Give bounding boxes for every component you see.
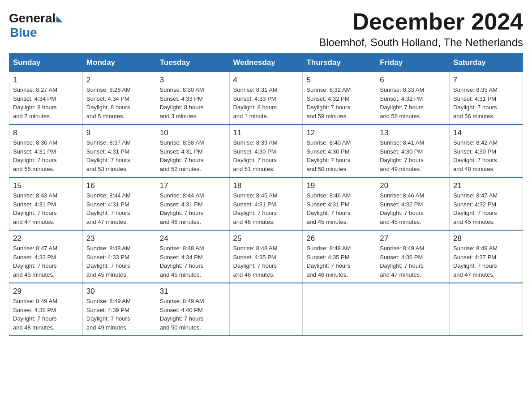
calendar-cell: 18 Sunrise: 8:45 AMSunset: 4:31 PMDaylig…	[229, 177, 303, 230]
day-number: 4	[233, 76, 299, 85]
day-info: Sunrise: 8:36 AMSunset: 4:31 PMDaylight:…	[13, 138, 79, 173]
calendar-table: SundayMondayTuesdayWednesdayThursdayFrid…	[9, 53, 523, 336]
calendar-cell: 4 Sunrise: 8:31 AMSunset: 4:33 PMDayligh…	[229, 72, 303, 125]
calendar-cell	[450, 283, 523, 336]
day-number: 19	[306, 181, 372, 190]
day-number: 23	[86, 234, 152, 243]
calendar-cell	[303, 283, 376, 336]
day-info: Sunrise: 8:49 AMSunset: 4:39 PMDaylight:…	[86, 297, 152, 332]
calendar-cell: 12 Sunrise: 8:40 AMSunset: 4:30 PMDaylig…	[303, 124, 376, 177]
day-info: Sunrise: 8:49 AMSunset: 4:35 PMDaylight:…	[306, 244, 372, 279]
calendar-cell: 21 Sunrise: 8:47 AMSunset: 4:32 PMDaylig…	[450, 177, 523, 230]
calendar-week-row: 15 Sunrise: 8:43 AMSunset: 4:31 PMDaylig…	[9, 177, 523, 230]
day-number: 21	[453, 181, 519, 190]
day-info: Sunrise: 8:44 AMSunset: 4:31 PMDaylight:…	[86, 191, 152, 226]
day-info: Sunrise: 8:46 AMSunset: 4:32 PMDaylight:…	[380, 191, 446, 226]
day-info: Sunrise: 8:49 AMSunset: 4:37 PMDaylight:…	[453, 244, 519, 279]
weekday-header-row: SundayMondayTuesdayWednesdayThursdayFrid…	[9, 54, 523, 72]
day-number: 7	[453, 76, 519, 85]
day-number: 3	[160, 76, 226, 85]
calendar-cell: 11 Sunrise: 8:39 AMSunset: 4:30 PMDaylig…	[229, 124, 303, 177]
day-info: Sunrise: 8:30 AMSunset: 4:33 PMDaylight:…	[160, 86, 226, 120]
calendar-cell: 26 Sunrise: 8:49 AMSunset: 4:35 PMDaylig…	[303, 230, 376, 283]
day-number: 5	[306, 76, 372, 85]
calendar-cell: 19 Sunrise: 8:46 AMSunset: 4:31 PMDaylig…	[303, 177, 376, 230]
day-info: Sunrise: 8:41 AMSunset: 4:30 PMDaylight:…	[380, 138, 446, 173]
day-number: 12	[306, 128, 372, 137]
calendar-week-row: 8 Sunrise: 8:36 AMSunset: 4:31 PMDayligh…	[9, 124, 523, 177]
calendar-week-row: 29 Sunrise: 8:49 AMSunset: 4:38 PMDaylig…	[9, 283, 523, 336]
day-info: Sunrise: 8:49 AMSunset: 4:40 PMDaylight:…	[160, 297, 226, 332]
weekday-header-sunday: Sunday	[9, 54, 83, 72]
calendar-cell: 20 Sunrise: 8:46 AMSunset: 4:32 PMDaylig…	[376, 177, 450, 230]
weekday-header-saturday: Saturday	[450, 54, 523, 72]
day-info: Sunrise: 8:49 AMSunset: 4:38 PMDaylight:…	[13, 297, 79, 332]
day-number: 1	[13, 76, 79, 85]
day-info: Sunrise: 8:48 AMSunset: 4:34 PMDaylight:…	[160, 244, 226, 279]
day-info: Sunrise: 8:48 AMSunset: 4:35 PMDaylight:…	[233, 244, 299, 279]
day-number: 20	[380, 181, 446, 190]
calendar-week-row: 1 Sunrise: 8:27 AMSunset: 4:34 PMDayligh…	[9, 72, 523, 125]
calendar-cell	[376, 283, 450, 336]
calendar-cell: 3 Sunrise: 8:30 AMSunset: 4:33 PMDayligh…	[156, 72, 229, 125]
month-title: December 2024	[319, 9, 523, 34]
weekday-header-thursday: Thursday	[303, 54, 376, 72]
day-info: Sunrise: 8:39 AMSunset: 4:30 PMDaylight:…	[233, 138, 299, 173]
day-number: 14	[453, 128, 519, 137]
calendar-cell: 15 Sunrise: 8:43 AMSunset: 4:31 PMDaylig…	[9, 177, 83, 230]
weekday-header-monday: Monday	[82, 54, 156, 72]
day-number: 22	[13, 234, 79, 243]
day-info: Sunrise: 8:35 AMSunset: 4:31 PMDaylight:…	[453, 86, 519, 120]
calendar-cell: 16 Sunrise: 8:44 AMSunset: 4:31 PMDaylig…	[82, 177, 156, 230]
calendar-cell: 1 Sunrise: 8:27 AMSunset: 4:34 PMDayligh…	[9, 72, 83, 125]
calendar-cell: 28 Sunrise: 8:49 AMSunset: 4:37 PMDaylig…	[450, 230, 523, 283]
day-info: Sunrise: 8:38 AMSunset: 4:31 PMDaylight:…	[160, 138, 226, 173]
logo-general-text: General	[9, 11, 56, 26]
day-number: 6	[380, 76, 446, 85]
day-number: 16	[86, 181, 152, 190]
day-info: Sunrise: 8:47 AMSunset: 4:33 PMDaylight:…	[13, 244, 79, 279]
day-info: Sunrise: 8:49 AMSunset: 4:36 PMDaylight:…	[380, 244, 446, 279]
calendar-cell: 25 Sunrise: 8:48 AMSunset: 4:35 PMDaylig…	[229, 230, 303, 283]
calendar-cell: 8 Sunrise: 8:36 AMSunset: 4:31 PMDayligh…	[9, 124, 83, 177]
day-info: Sunrise: 8:40 AMSunset: 4:30 PMDaylight:…	[306, 138, 372, 173]
calendar-cell: 29 Sunrise: 8:49 AMSunset: 4:38 PMDaylig…	[9, 283, 83, 336]
day-number: 17	[160, 181, 226, 190]
logo: General Blue	[9, 9, 63, 40]
day-number: 10	[160, 128, 226, 137]
logo-blue-text: Blue	[10, 26, 37, 40]
day-info: Sunrise: 8:47 AMSunset: 4:32 PMDaylight:…	[453, 191, 519, 226]
day-number: 24	[160, 234, 226, 243]
day-number: 15	[13, 181, 79, 190]
day-info: Sunrise: 8:27 AMSunset: 4:34 PMDaylight:…	[13, 86, 79, 120]
calendar-cell: 6 Sunrise: 8:33 AMSunset: 4:32 PMDayligh…	[376, 72, 450, 125]
title-area: December 2024 Bloemhof, South Holland, T…	[319, 9, 523, 49]
day-info: Sunrise: 8:28 AMSunset: 4:34 PMDaylight:…	[86, 86, 152, 120]
page-header: General Blue December 2024 Bloemhof, Sou…	[9, 9, 523, 49]
day-info: Sunrise: 8:44 AMSunset: 4:31 PMDaylight:…	[160, 191, 226, 226]
day-info: Sunrise: 8:32 AMSunset: 4:32 PMDaylight:…	[306, 86, 372, 120]
day-number: 25	[233, 234, 299, 243]
day-number: 27	[380, 234, 446, 243]
calendar-cell: 10 Sunrise: 8:38 AMSunset: 4:31 PMDaylig…	[156, 124, 229, 177]
day-number: 2	[86, 76, 152, 85]
day-info: Sunrise: 8:48 AMSunset: 4:33 PMDaylight:…	[86, 244, 152, 279]
calendar-cell: 14 Sunrise: 8:42 AMSunset: 4:30 PMDaylig…	[450, 124, 523, 177]
calendar-cell: 17 Sunrise: 8:44 AMSunset: 4:31 PMDaylig…	[156, 177, 229, 230]
location-title: Bloemhof, South Holland, The Netherlands	[319, 36, 523, 49]
day-number: 31	[160, 287, 226, 296]
day-number: 11	[233, 128, 299, 137]
weekday-header-friday: Friday	[376, 54, 450, 72]
day-info: Sunrise: 8:46 AMSunset: 4:31 PMDaylight:…	[306, 191, 372, 226]
day-number: 13	[380, 128, 446, 137]
weekday-header-tuesday: Tuesday	[156, 54, 229, 72]
calendar-cell: 7 Sunrise: 8:35 AMSunset: 4:31 PMDayligh…	[450, 72, 523, 125]
day-number: 29	[13, 287, 79, 296]
day-number: 9	[86, 128, 152, 137]
calendar-week-row: 22 Sunrise: 8:47 AMSunset: 4:33 PMDaylig…	[9, 230, 523, 283]
day-number: 26	[306, 234, 372, 243]
logo-arrow-icon	[56, 16, 63, 22]
calendar-cell: 23 Sunrise: 8:48 AMSunset: 4:33 PMDaylig…	[82, 230, 156, 283]
day-info: Sunrise: 8:37 AMSunset: 4:31 PMDaylight:…	[86, 138, 152, 173]
calendar-cell: 30 Sunrise: 8:49 AMSunset: 4:39 PMDaylig…	[82, 283, 156, 336]
